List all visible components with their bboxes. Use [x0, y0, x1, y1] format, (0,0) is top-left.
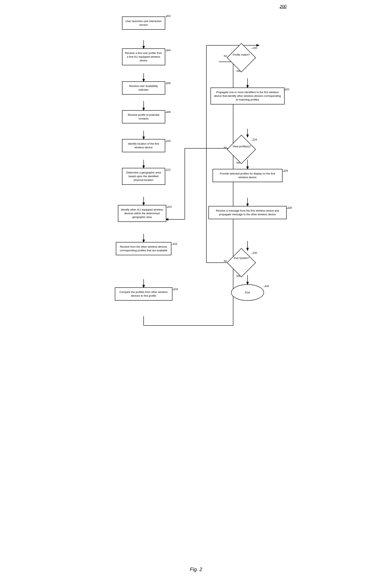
- diamond-220-label: Profile match?: [225, 53, 258, 56]
- diamond-220: Profile match? 220 — No Yes: [225, 45, 270, 78]
- label-yes-230: Yes: [236, 275, 240, 278]
- node-226: Provide selected profiles for display on…: [212, 169, 283, 182]
- node-216: Receive from the other wireless devices …: [116, 242, 171, 255]
- diamond-224: View profile(s)? 224 — No Yes: [225, 137, 270, 170]
- node-228: Receive a message from the first wireles…: [209, 206, 287, 219]
- diagram-number: 200: [280, 4, 287, 9]
- node-232: End: [231, 284, 264, 301]
- label-no-230: No: [224, 259, 227, 262]
- node-222: Propagate one or more identifiers to the…: [210, 87, 285, 104]
- fig-label: Fig. 2: [190, 567, 202, 572]
- diamond-224-label: View profile(s)?: [225, 145, 259, 148]
- node-210: Identify location of the first wireless …: [122, 139, 165, 152]
- node-204: Receive a first user profile from a firs…: [122, 48, 165, 65]
- node-202: User launches user interaction service: [122, 16, 165, 30]
- diamond-230: Exit System? 230 — No Yes: [225, 250, 270, 283]
- node-208: Receive profile of potential contacts: [122, 110, 165, 123]
- label-yes-224: Yes: [236, 161, 240, 164]
- node-218: Compare the profiles from other wireless…: [115, 288, 172, 301]
- node-206: Receive user availability indicator: [122, 81, 165, 95]
- diamond-230-label: Exit System?: [225, 257, 259, 260]
- node-214: Identify other ALI equipped wireless dev…: [118, 205, 166, 222]
- label-yes-220: Yes: [236, 70, 240, 73]
- node-212: Determine a geographic area based upon t…: [122, 168, 165, 185]
